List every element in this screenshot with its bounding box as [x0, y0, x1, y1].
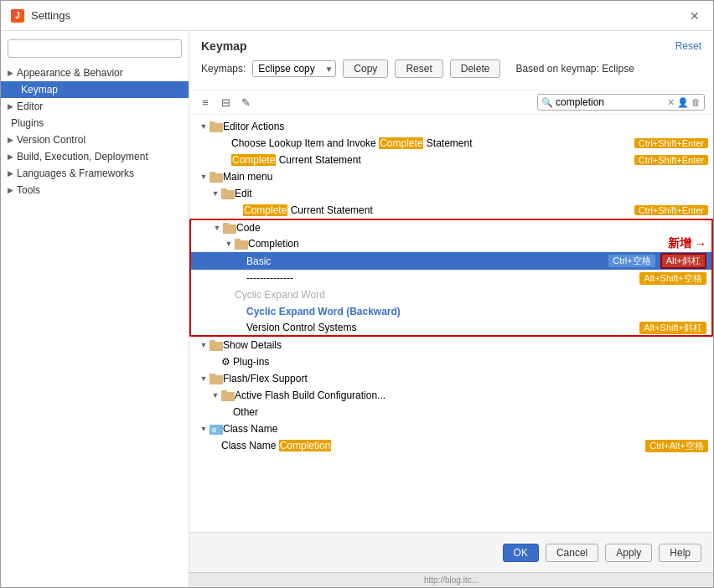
sidebar-item-appearance[interactable]: ▶ Appearance & Behavior — [1, 64, 189, 81]
edit-icon[interactable]: ✎ — [238, 95, 253, 110]
tree-row-completion[interactable]: ▼ Completion 新增 → — [189, 235, 713, 252]
svg-rect-0 — [210, 123, 223, 132]
sidebar-item-editor[interactable]: ▶ Editor — [1, 98, 189, 115]
row-label: Other — [233, 406, 708, 418]
help-button[interactable]: Help — [659, 544, 701, 562]
toggle-icon[interactable]: ▼ — [210, 189, 221, 198]
keymap-controls-row: Keymaps: Eclipse copy ▼ Copy Reset Delet… — [201, 59, 701, 78]
sidebar-item-versioncontrol[interactable]: ▶ Version Control — [1, 132, 189, 148]
sidebar-item-keymap[interactable]: Keymap — [1, 81, 189, 98]
keymap-select-wrapper[interactable]: Eclipse copy ▼ — [252, 60, 336, 77]
toggle-icon[interactable]: ▼ — [198, 341, 210, 349]
row-label: Code — [236, 222, 706, 234]
close-button[interactable]: ✕ — [686, 8, 703, 24]
highlight: Complete — [379, 137, 423, 149]
cancel-button[interactable]: Cancel — [546, 544, 598, 562]
delete-button[interactable]: Delete — [450, 59, 501, 78]
expand-arrow: ▶ — [8, 186, 13, 194]
expand-arrow: ▶ — [8, 152, 13, 161]
keymap-header: Keymap Reset Keymaps: Eclipse copy ▼ Cop… — [189, 31, 713, 90]
sidebar-item-plugins[interactable]: Plugins — [1, 115, 189, 132]
tree-row-active-flash[interactable]: Other — [189, 404, 713, 420]
folder-icon — [210, 171, 223, 183]
tree-row-cyclic-expand[interactable]: Cyclic Expand Word (Backward) — [189, 303, 713, 320]
svg-rect-8 — [235, 240, 248, 250]
search-user-icon[interactable]: 👤 — [677, 97, 689, 108]
tree-row-class-name[interactable]: Class Name Completion Ctrl+Alt+空格 — [189, 437, 713, 454]
search-icon: 🔍 — [541, 97, 553, 108]
apply-button[interactable]: Apply — [605, 544, 652, 562]
collapse-all-icon[interactable]: ⊟ — [218, 95, 233, 110]
row-label: Class Name Completion — [221, 440, 642, 451]
row-label: Completion — [248, 238, 626, 250]
svg-rect-15 — [221, 390, 227, 393]
tree-row-cyclic-expand-back[interactable]: Version Control Systems Alt+Shift+斜杠 — [189, 320, 713, 337]
svg-rect-12 — [210, 375, 223, 384]
footer: OK Cancel Apply Help — [189, 532, 713, 572]
row-label: Active Flash Build Configuration... — [235, 389, 708, 401]
tree-content: ▼ Editor Actions Choose Lookup Item and … — [189, 115, 713, 532]
row-label: Complete Current Statement — [231, 154, 631, 166]
toggle-icon[interactable]: ▼ — [210, 391, 221, 400]
toggle-icon[interactable]: ▼ — [198, 425, 210, 433]
tree-row-code[interactable]: ▼ Code — [189, 219, 713, 235]
shortcut-badge: Alt+Shift+空格 — [639, 272, 706, 285]
tree-row-complete-current1[interactable]: Complete Current Statement Ctrl+Shift+En… — [189, 152, 713, 168]
tree-row-editor-actions[interactable]: ▼ Editor Actions — [189, 118, 713, 135]
sidebar: ▶ Appearance & Behavior Keymap ▶ Editor … — [1, 31, 189, 587]
sidebar-label: Build, Execution, Deployment — [17, 151, 148, 162]
shortcut-badge: Ctrl+Shift+Enter — [634, 205, 708, 215]
tree-row-plugins[interactable]: ▼ Flash/Flex Support — [189, 370, 713, 387]
toggle-icon[interactable]: ▼ — [211, 224, 223, 232]
copy-button[interactable]: Copy — [343, 59, 388, 78]
svg-rect-6 — [223, 224, 236, 234]
toggle-icon[interactable]: ▼ — [223, 240, 235, 248]
row-label: Basic — [246, 255, 605, 267]
tree-row-vcs[interactable]: ▼ Show Details — [189, 337, 713, 353]
keymap-reset-link[interactable]: Reset — [675, 40, 701, 52]
tree-row-main-menu[interactable]: ▼ Main menu — [189, 168, 713, 185]
sidebar-item-tools[interactable]: ▶ Tools — [1, 182, 189, 199]
search-input[interactable] — [556, 96, 665, 108]
keymap-select[interactable]: Eclipse copy — [252, 60, 336, 77]
url-text: http://blog.itc... — [424, 575, 479, 585]
sidebar-search-input[interactable] — [8, 39, 182, 58]
row-label: Cyclic Expand Word (Backward) — [246, 306, 706, 317]
sidebar-item-languages[interactable]: ▶ Languages & Frameworks — [1, 165, 189, 182]
ok-button[interactable]: OK — [503, 544, 539, 562]
tree-row-edit[interactable]: ▼ Edit — [189, 185, 713, 202]
shortcut-badge-new: Alt+斜杠 — [660, 253, 706, 269]
svg-rect-5 — [221, 188, 227, 191]
row-label: Plug-ins — [233, 356, 708, 368]
svg-rect-4 — [221, 190, 235, 199]
sidebar-label: Keymap — [21, 84, 58, 95]
tree-row-other[interactable]: ▼ ⊞ Class Name — [189, 420, 713, 437]
svg-rect-1 — [210, 121, 215, 124]
tree-row-basic[interactable]: Basic Ctrl+空格 Alt+斜杠 — [189, 252, 713, 270]
main-content: ▶ Appearance & Behavior Keymap ▶ Editor … — [1, 31, 713, 587]
tree-row-choose-lookup[interactable]: Choose Lookup Item and Invoke Complete S… — [189, 135, 713, 152]
reset-button[interactable]: Reset — [395, 59, 442, 78]
tree-row-smarttype[interactable]: -------------- Alt+Shift+空格 — [189, 270, 713, 286]
sidebar-search-box[interactable] — [8, 39, 182, 58]
tree-row-flash-flex[interactable]: ▼ Active Flash Build Configuration... — [189, 387, 713, 404]
search-clear-icon[interactable]: ✕ — [667, 97, 675, 108]
sidebar-label: Languages & Frameworks — [17, 168, 134, 179]
tree-row-show-details[interactable]: ⚙ Plug-ins — [189, 353, 713, 370]
folder-icon — [210, 121, 223, 132]
tree-row-complete-current2[interactable]: Complete Current Statement Ctrl+Shift+En… — [189, 202, 713, 219]
row-label: Editor Actions — [223, 121, 708, 132]
main-panel: Keymap Reset Keymaps: Eclipse copy ▼ Cop… — [189, 31, 713, 587]
row-label: Flash/Flex Support — [223, 373, 708, 384]
window-title: Settings — [31, 9, 70, 22]
toggle-icon[interactable]: ▼ — [198, 173, 210, 181]
svg-rect-9 — [235, 239, 241, 241]
sidebar-item-build[interactable]: ▶ Build, Execution, Deployment — [1, 148, 189, 165]
expand-arrow: ▶ — [8, 136, 13, 144]
shortcut-badge: Ctrl+空格 — [608, 255, 655, 267]
toggle-icon[interactable]: ▼ — [198, 122, 210, 131]
toggle-icon[interactable]: ▼ — [198, 374, 210, 383]
folder-icon — [210, 339, 223, 351]
search-filter-icon[interactable]: 🗑 — [691, 97, 701, 107]
expand-all-icon[interactable]: ≡ — [198, 95, 213, 110]
